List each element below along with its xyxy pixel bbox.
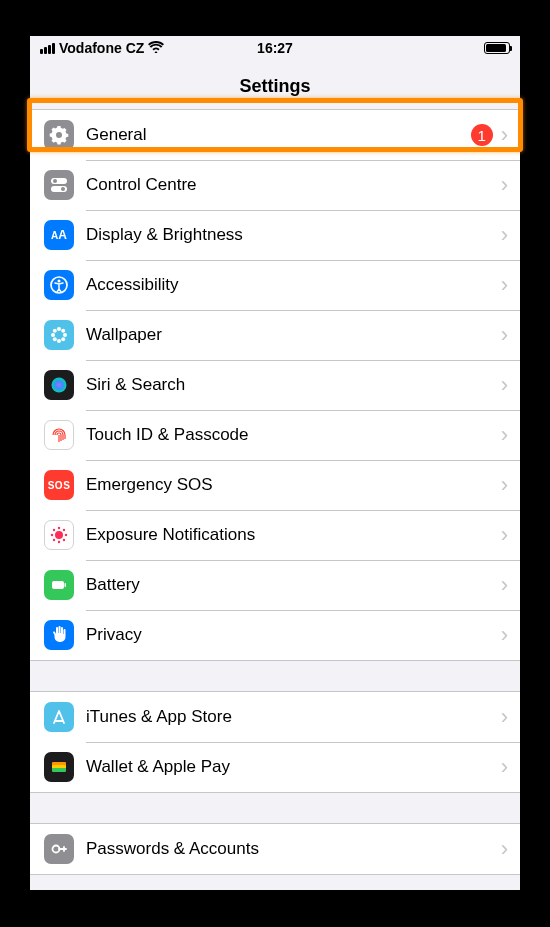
row-label: Exposure Notifications	[74, 525, 501, 545]
aa-icon: AA	[44, 220, 74, 250]
chevron-right-icon: ›	[501, 374, 508, 396]
svg-point-21	[53, 529, 55, 531]
carrier-label: Vodafone CZ	[59, 40, 144, 56]
row-label: Emergency SOS	[74, 475, 501, 495]
row-label: General	[74, 125, 471, 145]
row-accessibility[interactable]: Accessibility ›	[30, 260, 520, 310]
svg-point-23	[53, 539, 55, 541]
row-wallpaper[interactable]: Wallpaper ›	[30, 310, 520, 360]
chevron-right-icon: ›	[501, 324, 508, 346]
svg-point-7	[57, 339, 61, 343]
row-label: iTunes & App Store	[74, 707, 501, 727]
svg-point-14	[57, 333, 61, 337]
clock: 16:27	[257, 40, 293, 56]
sos-icon: SOS	[44, 470, 74, 500]
svg-point-22	[63, 529, 65, 531]
svg-point-17	[58, 527, 60, 529]
svg-point-16	[55, 531, 63, 539]
row-siri[interactable]: Siri & Search ›	[30, 360, 520, 410]
row-label: Wallpaper	[74, 325, 501, 345]
gear-icon	[44, 120, 74, 150]
svg-point-12	[53, 337, 57, 341]
chevron-right-icon: ›	[501, 174, 508, 196]
key-icon	[44, 834, 74, 864]
chevron-right-icon: ›	[501, 756, 508, 778]
chevron-right-icon: ›	[501, 624, 508, 646]
svg-point-13	[61, 337, 65, 341]
status-bar: Vodafone CZ 16:27	[30, 36, 520, 60]
row-touchid[interactable]: Touch ID & Passcode ›	[30, 410, 520, 460]
settings-section: General 1 › Control Centre › AA Display …	[30, 109, 520, 661]
row-sos[interactable]: SOS Emergency SOS ›	[30, 460, 520, 510]
row-display[interactable]: AA Display & Brightness ›	[30, 210, 520, 260]
svg-rect-29	[52, 768, 66, 772]
toggles-icon	[44, 170, 74, 200]
svg-point-15	[52, 378, 67, 393]
person-circle-icon	[44, 270, 74, 300]
phone-screen: Vodafone CZ 16:27 Settings General 1 ›	[30, 36, 520, 890]
chevron-right-icon: ›	[501, 474, 508, 496]
virus-icon	[44, 520, 74, 550]
svg-point-18	[58, 541, 60, 543]
chevron-right-icon: ›	[501, 838, 508, 860]
svg-point-8	[51, 333, 55, 337]
row-control-centre[interactable]: Control Centre ›	[30, 160, 520, 210]
row-label: Accessibility	[74, 275, 501, 295]
hand-icon	[44, 620, 74, 650]
battery-icon	[484, 42, 510, 54]
row-general[interactable]: General 1 ›	[30, 110, 520, 160]
row-label: Privacy	[74, 625, 501, 645]
chevron-right-icon: ›	[501, 274, 508, 296]
svg-point-3	[61, 187, 65, 191]
wallet-icon	[44, 752, 74, 782]
chevron-right-icon: ›	[501, 224, 508, 246]
siri-icon	[44, 370, 74, 400]
row-wallet[interactable]: Wallet & Apple Pay ›	[30, 742, 520, 792]
row-privacy[interactable]: Privacy ›	[30, 610, 520, 660]
svg-rect-26	[65, 583, 67, 587]
row-itunes[interactable]: iTunes & App Store ›	[30, 692, 520, 742]
row-label: Display & Brightness	[74, 225, 501, 245]
row-label: Siri & Search	[74, 375, 501, 395]
chevron-right-icon: ›	[501, 524, 508, 546]
settings-section: Passwords & Accounts ›	[30, 823, 520, 875]
svg-point-9	[63, 333, 67, 337]
svg-point-11	[61, 329, 65, 333]
chevron-right-icon: ›	[501, 124, 508, 146]
svg-point-19	[51, 534, 53, 536]
svg-rect-25	[52, 581, 64, 589]
row-label: Passwords & Accounts	[74, 839, 501, 859]
chevron-right-icon: ›	[501, 424, 508, 446]
row-battery[interactable]: Battery ›	[30, 560, 520, 610]
row-label: Battery	[74, 575, 501, 595]
svg-point-6	[57, 327, 61, 331]
row-label: Wallet & Apple Pay	[74, 757, 501, 777]
settings-section: iTunes & App Store › Wallet & Apple Pay …	[30, 691, 520, 793]
svg-point-20	[65, 534, 67, 536]
row-exposure[interactable]: Exposure Notifications ›	[30, 510, 520, 560]
chevron-right-icon: ›	[501, 574, 508, 596]
page-title: Settings	[30, 60, 520, 109]
battery-icon	[44, 570, 74, 600]
flower-icon	[44, 320, 74, 350]
appstore-icon	[44, 702, 74, 732]
wifi-icon	[148, 40, 164, 56]
fingerprint-icon	[44, 420, 74, 450]
row-label: Touch ID & Passcode	[74, 425, 501, 445]
row-passwords[interactable]: Passwords & Accounts ›	[30, 824, 520, 874]
notification-badge: 1	[471, 124, 493, 146]
chevron-right-icon: ›	[501, 706, 508, 728]
row-label: Control Centre	[74, 175, 501, 195]
svg-point-5	[58, 280, 61, 283]
cell-signal-icon	[40, 43, 55, 54]
svg-point-1	[53, 179, 57, 183]
svg-point-24	[63, 539, 65, 541]
svg-point-10	[53, 329, 57, 333]
